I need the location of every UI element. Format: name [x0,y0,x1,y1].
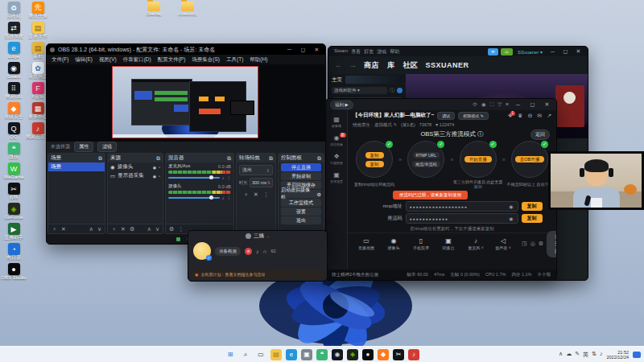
filters-button[interactable]: 滤镜 [97,142,117,152]
streamkey-field-input[interactable]: ●●●●●●●●●●●● ◉ [406,213,518,224]
dock-menu-icon[interactable]: ⧉ [227,155,231,162]
remove-transition-icon[interactable]: ✕ [254,191,258,198]
desktop-icon[interactable]: ⇄ 迅游加速 [2,22,26,39]
taskbar-app-icon[interactable]: ◆ [378,349,389,360]
desktop-icon[interactable]: ❝ 微信 [2,142,26,160]
close-button[interactable]: ✕ [312,47,322,53]
eye-icon[interactable]: ◉ [509,204,514,209]
taskbar-app-icon[interactable]: ⌕ [240,349,251,360]
minimize-button[interactable]: ─ [284,47,295,52]
desktop-icon[interactable]: Q QQ [2,122,26,140]
steam-account-dropdown[interactable]: SSxuaner ▾ [518,49,543,55]
desktop-icon[interactable]: ▶ 直播助手 [2,223,26,241]
properties-button[interactable]: 属性 [74,142,93,152]
visibility-icon[interactable]: ◉ [153,174,156,179]
control-button[interactable]: 启动虚拟摄像机 ⚙ [281,190,321,198]
steam-menu-item[interactable]: Steam [332,48,349,56]
header-icon[interactable]: ♛ [518,113,522,119]
tray-icon[interactable]: ♪ [600,351,603,359]
eye-icon[interactable]: ◉ [509,216,514,221]
steam-menu-item[interactable]: 帮助 [388,48,401,56]
rtmp-field-input[interactable]: ●●●●●●●●●●●●●●●●●● ◉ [406,201,518,212]
maximize-button[interactable]: ◻ [298,47,308,53]
headset-icon[interactable]: ∩ [263,249,267,254]
tray-icon[interactable]: ✎ [575,351,580,359]
desktop-folder[interactable]: Overlay [142,2,166,17]
toolbar-button[interactable]: ▯ 手机投屏 [409,237,433,250]
rtmp-copy-button[interactable]: 复制 [522,202,543,211]
obs-titlebar[interactable]: OBS 28.1.2 (64-bit, windows) - 配置文件: 未命名… [47,44,325,55]
desktop-icon[interactable]: ◈ GeForce [2,203,26,220]
go-live-button[interactable]: 去开播 [547,231,557,257]
copy-server-button[interactable]: 复制 [365,152,384,158]
header-icon[interactable]: ↗ [547,113,551,119]
add-icon[interactable]: ＋ [52,225,57,233]
clock[interactable]: 21:52 2022/12/24 [606,350,629,360]
header-icon[interactable]: ✉ [537,113,542,119]
status-announcement[interactable]: 骑士精神2今晚全面公测 [332,272,378,278]
tray-icon[interactable]: 英 [583,351,588,359]
scene-item[interactable]: 场景 [48,162,105,171]
transition-menu-icon[interactable]: ⋮ [263,191,269,198]
toolbar-icon[interactable]: ▽ [497,101,502,108]
dock-menu-icon[interactable]: ⧉ [98,155,102,162]
library-filter-dropdown[interactable]: 游戏和软件 ▾ [332,87,387,94]
lock-icon[interactable]: ▫ [159,165,160,170]
volume-slider[interactable] [168,197,220,199]
source-item[interactable]: ▭ 显示器采集 ◉ ▫ [108,171,163,180]
obs-menu-item[interactable]: 帮助(H) [247,56,270,64]
down-icon[interactable]: ∨ [155,226,159,232]
preview-capture[interactable] [113,67,258,138]
up-icon[interactable]: ∧ [147,226,151,232]
mic-icon[interactable]: ♪ [256,249,259,254]
control-button[interactable]: 工作室模式 [281,199,321,207]
desktop-icon[interactable]: ● OBS Studio [2,263,26,281]
mute-icon[interactable]: ♪ [222,175,225,180]
desktop-icon[interactable]: ◉ Steam [2,62,26,80]
rail-feature-button[interactable]: ◉ 虚拟形象 新 [329,134,344,146]
close-button[interactable]: ✕ [573,48,584,55]
desktop-icon[interactable]: W WeGame [2,162,26,180]
mini-avatar-large[interactable]: ✓ [193,242,211,260]
maximize-button[interactable]: ◻ [527,101,538,108]
lock-icon[interactable]: ▫ [159,174,160,179]
danmu-settings-icon[interactable]: ◳ [522,241,527,247]
duration-input[interactable]: 300 ms ⇅ [250,178,273,187]
desktop-icon[interactable]: ▤ 直播文件 [26,22,50,39]
desktop-icon[interactable]: ⠿ 网易UU [2,82,26,100]
rail-feature-button[interactable]: ▣ 直播场景 [329,171,344,183]
stepper-icon[interactable]: ⇅ [267,180,270,185]
steam-titlebar[interactable]: Steam查看好友游戏帮助 ✉ ▭ SSxuaner ▾ ─ ◻ ✕ [328,47,588,56]
obs-menu-item[interactable]: 停靠窗口(D) [121,56,154,64]
tray-icon[interactable]: ☁ [566,351,572,359]
big-picture-button[interactable]: ▭ [501,48,513,56]
visibility-icon[interactable]: ◉ [153,165,156,170]
desktop-icon[interactable]: 先 腾讯先锋 [26,2,50,19]
debug-pill[interactable]: 调试 [437,112,455,120]
streamkey-copy-button[interactable]: 复制 [522,214,543,223]
welfare-pill[interactable]: 福利 ▶ [330,101,353,109]
permission-pill[interactable]: 权限模式 ✎ [458,112,489,120]
obs-preview[interactable] [47,64,325,142]
mute-icon[interactable]: ♪ [222,195,225,200]
info-icon[interactable]: ⓘ [390,87,394,94]
desktop-icon[interactable]: ✂ 剪映 [2,183,26,200]
close-button[interactable]: ✕ [542,101,552,108]
desktop-icon[interactable]: ◆ 火绒安全 [2,102,26,120]
channel-menu-icon[interactable]: ⋮ [227,195,232,200]
go-obs-button[interactable]: 去OB开播 [515,156,544,162]
sidebar-home-link[interactable]: 主页 [332,76,342,84]
transition-select[interactable]: 淡出 ⇕ [239,165,273,175]
steam-nav-username[interactable]: SSXUANER [426,61,469,69]
steam-menu-item[interactable]: 游戏 [375,48,388,56]
desktop-icon[interactable]: ◔ 向日葵 [2,243,26,261]
mute-indicator-icon[interactable]: ⊘ [245,248,252,255]
source-item[interactable]: ◉ 摄像头 ◉ ▫ [108,162,163,171]
remove-icon[interactable]: ✕ [61,226,66,232]
remove-icon[interactable]: ✕ [121,226,126,232]
back-arrow-icon[interactable]: ← [335,61,342,69]
taskbar-app-icon[interactable]: ✂ [393,349,404,360]
toolbar-icon[interactable]: ◉ [481,101,486,108]
expired-alert[interactable]: 推流码已过期，请重新复制使用 [393,191,468,200]
toolbar-button[interactable]: ▣ 转播台 [436,237,460,250]
